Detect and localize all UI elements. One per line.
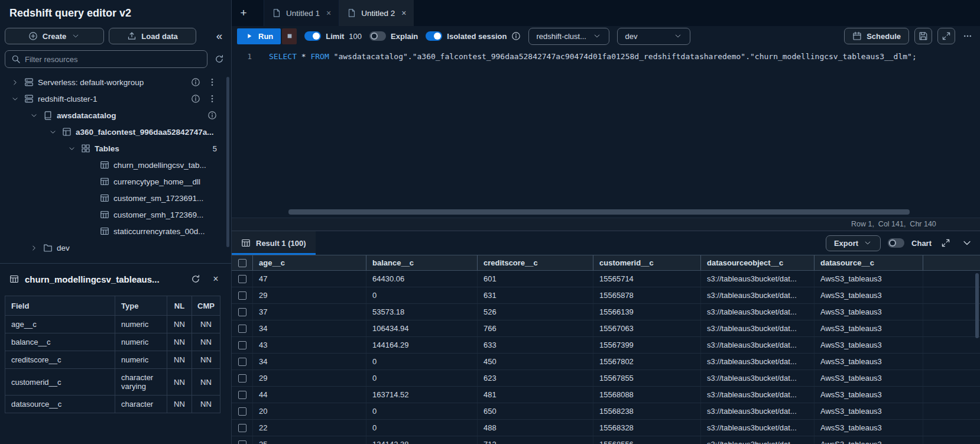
cluster-select[interactable]: redshift-clust... — [528, 28, 609, 45]
result-cell: s3://tableaus3bucket/dat... — [700, 337, 814, 353]
result-cell: s3://tableaus3bucket/dat... — [700, 271, 814, 287]
row-checkbox[interactable] — [238, 440, 246, 444]
chevron-right-icon[interactable] — [31, 245, 39, 251]
run-group: Run — [237, 28, 297, 44]
results-scrollbar-thumb[interactable] — [975, 273, 979, 338]
close-tab-icon[interactable]: × — [401, 8, 406, 18]
maximize-results-button[interactable] — [939, 236, 953, 250]
collapse-sidebar-button[interactable]: « — [212, 29, 226, 43]
tree-item-staticcurrencyrates-00d[interactable]: staticcurrencyrates_00d... — [0, 223, 231, 239]
tree-item-awsdatacatalog[interactable]: awsdatacatalog — [0, 107, 231, 124]
row-checkbox[interactable] — [238, 291, 246, 300]
tree-item-churn-modellingcsv-tab[interactable]: churn_modellingcsv_tab... — [0, 157, 231, 173]
row-checkbox[interactable] — [238, 341, 246, 349]
chevron-down-icon[interactable] — [31, 112, 39, 119]
kebab-menu-icon[interactable] — [207, 77, 217, 87]
chevron-right-icon[interactable] — [12, 79, 20, 86]
result-cell-filler — [923, 436, 980, 444]
isolated-session-toggle[interactable] — [426, 31, 442, 41]
result-cell: 633 — [477, 337, 593, 353]
info-icon[interactable] — [207, 111, 217, 120]
load-data-button[interactable]: Load data — [109, 28, 196, 44]
filter-resources-input[interactable] — [25, 55, 201, 64]
info-icon[interactable] — [511, 31, 521, 41]
schema-cell: character — [115, 396, 167, 413]
scrollbar-thumb[interactable] — [288, 209, 910, 215]
result-row: 3753573.1852615566139s3://tableaus3bucke… — [232, 304, 980, 320]
row-select-cell — [232, 403, 252, 419]
results-table-body: 4764430.0660115565714s3://tableaus3bucke… — [232, 271, 980, 444]
column-header-creditscore-c[interactable]: creditscore__c — [477, 255, 593, 270]
tree-item-tables[interactable]: Tables5 — [0, 140, 231, 157]
sidebar-scrollbar-thumb[interactable] — [226, 77, 229, 247]
save-button[interactable] — [914, 28, 932, 44]
row-checkbox[interactable] — [238, 374, 246, 383]
row-checkbox[interactable] — [238, 424, 246, 432]
explain-label: Explain — [391, 32, 418, 41]
new-tab-button[interactable]: + — [232, 0, 255, 26]
refresh-resources-button[interactable] — [212, 52, 226, 66]
collapse-results-button[interactable] — [960, 236, 974, 250]
filter-resources-box[interactable] — [5, 50, 207, 68]
editor-tab-untitled-2[interactable]: Untitled 2× — [339, 0, 414, 26]
schema-row: balance__cnumericNNNN — [5, 333, 220, 351]
info-icon[interactable] — [191, 77, 200, 87]
tree-item-dev[interactable]: dev — [0, 239, 231, 256]
select-all-checkbox[interactable] — [238, 259, 246, 267]
export-button[interactable]: Export — [826, 235, 881, 251]
result-cell: s3://tableaus3bucket/dat... — [700, 370, 814, 386]
editor-horizontal-scrollbar[interactable] — [260, 209, 974, 215]
chevron-down-icon[interactable] — [69, 145, 77, 152]
row-checkbox[interactable] — [238, 325, 246, 333]
create-button[interactable]: Create — [5, 28, 104, 44]
tree-item-a360-falcontest-996daa52842747a[interactable]: a360_falcontest_996daa52842747a... — [0, 124, 231, 140]
row-checkbox[interactable] — [238, 407, 246, 416]
more-options-button[interactable] — [960, 29, 975, 43]
result-cell-filler — [923, 271, 980, 287]
tree-item-currencytype-home-dll[interactable]: currencytype_home__dll — [0, 173, 231, 190]
refresh-table-detail-button[interactable] — [189, 272, 203, 286]
database-select[interactable]: dev — [617, 28, 690, 45]
chevron-down-icon[interactable] — [50, 129, 58, 135]
chart-toggle[interactable] — [888, 238, 904, 248]
schedule-button[interactable]: Schedule — [844, 28, 909, 44]
maximize-editor-button[interactable] — [937, 28, 955, 44]
row-checkbox[interactable] — [238, 308, 246, 316]
schema-cell: NN — [192, 333, 220, 351]
plus-circle-icon — [28, 31, 38, 41]
result-cell: 15568088 — [593, 387, 700, 403]
result-cell: 766 — [477, 320, 593, 336]
resource-tree: Serverless: default-workgroupredshift-cl… — [0, 73, 231, 260]
column-header-balance-c[interactable]: balance__c — [366, 255, 477, 270]
info-icon[interactable] — [191, 94, 200, 103]
tree-item-serverless-default-workgroup[interactable]: Serverless: default-workgroup — [0, 74, 231, 90]
column-header-datasourceobject-c[interactable]: datasourceobject__c — [700, 255, 814, 270]
sql-editor[interactable]: 1 SELECT * FROM "awsdatacatalog"."a360_f… — [232, 46, 980, 218]
results-bar: Result 1 (100) Export Chart — [232, 231, 980, 255]
result-cell: 712 — [477, 436, 593, 444]
row-checkbox[interactable] — [238, 358, 246, 366]
chevron-down-icon[interactable] — [12, 96, 20, 102]
sidebar: Redshift query editor v2 Create Load dat… — [0, 0, 232, 444]
close-table-detail-button[interactable]: × — [209, 272, 223, 286]
limit-toggle[interactable] — [304, 31, 321, 41]
tree-item-redshift-cluster-1[interactable]: redshift-cluster-1 — [0, 90, 231, 107]
kebab-menu-icon[interactable] — [207, 94, 217, 103]
run-button[interactable]: Run — [237, 28, 281, 44]
main-area: + Untitled 1×Untitled 2× Run Limit 100 — [232, 0, 980, 444]
editor-tab-untitled-1[interactable]: Untitled 1× — [264, 0, 339, 26]
explain-toggle[interactable] — [369, 31, 386, 41]
row-checkbox[interactable] — [238, 391, 246, 399]
result-tab[interactable]: Result 1 (100) — [232, 231, 316, 255]
table-icon — [100, 210, 109, 219]
column-header-datasource-c[interactable]: datasource__c — [814, 255, 923, 270]
tree-item-label: staticcurrencyrates_00d... — [113, 227, 205, 236]
stop-button[interactable] — [282, 28, 297, 44]
column-header-customerid-c[interactable]: customerid__c — [593, 255, 700, 270]
tree-item-customer-sm-1723691[interactable]: customer_sm_1723691... — [0, 190, 231, 206]
close-tab-icon[interactable]: × — [326, 8, 331, 18]
tree-item-customer-smh-172369[interactable]: customer_smh_172369... — [0, 206, 231, 223]
column-header-age-c[interactable]: age__c — [252, 255, 366, 270]
row-checkbox[interactable] — [238, 275, 246, 283]
schema-cell: character varying — [115, 369, 167, 396]
